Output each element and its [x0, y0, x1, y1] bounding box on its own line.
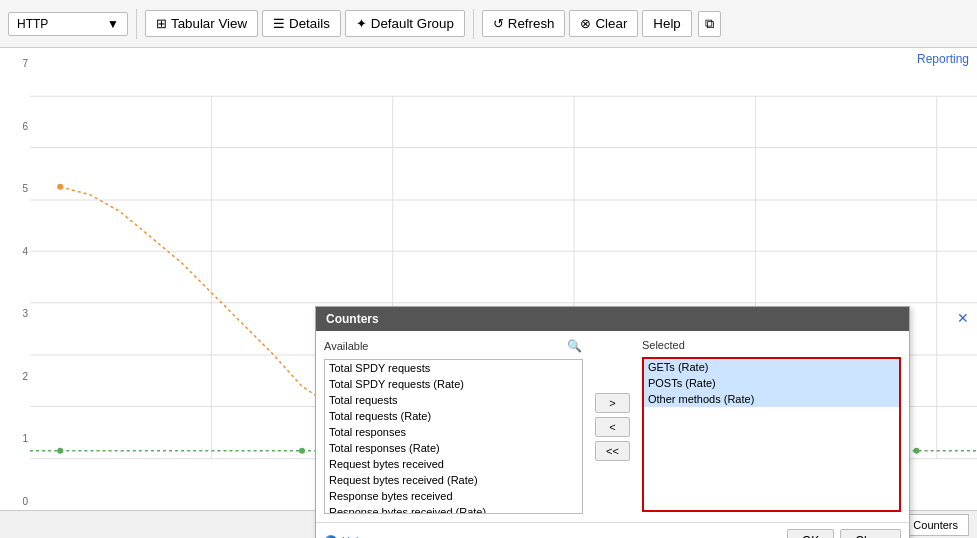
maximize-icon: ⧉ — [705, 16, 714, 31]
counters-title-bar: Counters — [316, 307, 909, 331]
help-circle-icon: 🔵 — [324, 535, 338, 539]
selected-item[interactable]: POSTs (Rate) — [644, 375, 899, 391]
separator-2 — [473, 9, 474, 39]
selected-label: Selected — [642, 339, 901, 351]
y-axis: 7 6 5 4 3 2 1 0 — [0, 48, 30, 537]
selected-panel: Selected GETs (Rate) POSTs (Rate) Other … — [642, 339, 901, 514]
list-item[interactable]: Total responses (Rate) — [325, 440, 582, 456]
default-group-icon: ✦ — [356, 16, 367, 31]
search-icon[interactable]: 🔍 — [567, 339, 583, 355]
counters-body: Available 🔍 Total SPDY requests Total SP… — [316, 331, 909, 522]
list-item[interactable]: Total SPDY requests — [325, 360, 582, 376]
move-right-button[interactable]: > — [595, 393, 630, 413]
available-panel: Available 🔍 Total SPDY requests Total SP… — [324, 339, 583, 514]
tabular-view-icon: ⊞ — [156, 16, 167, 31]
maximize-button[interactable]: ⧉ — [698, 11, 721, 37]
svg-point-16 — [57, 184, 63, 190]
available-search-row: Available 🔍 — [324, 339, 583, 355]
list-item[interactable]: Response bytes received (Rate) — [325, 504, 582, 514]
separator-1 — [136, 9, 137, 39]
list-item[interactable]: Total requests — [325, 392, 582, 408]
tabular-view-button[interactable]: ⊞ Tabular View — [145, 10, 258, 37]
selected-list[interactable]: GETs (Rate) POSTs (Rate) Other methods (… — [642, 357, 901, 512]
counters-title: Counters — [326, 312, 379, 326]
http-dropdown[interactable]: HTTP ▼ — [8, 12, 128, 36]
svg-point-14 — [299, 448, 305, 454]
ok-button[interactable]: OK — [787, 529, 834, 538]
http-label: HTTP — [17, 17, 48, 31]
available-list[interactable]: Total SPDY requests Total SPDY requests … — [324, 359, 583, 514]
chart-close-button[interactable]: ✕ — [957, 310, 969, 326]
counters-footer: 🔵 Help OK Close — [316, 522, 909, 538]
list-item[interactable]: Total requests (Rate) — [325, 408, 582, 424]
list-item[interactable]: Total responses — [325, 424, 582, 440]
list-item[interactable]: Total SPDY requests (Rate) — [325, 376, 582, 392]
dropdown-arrow-icon: ▼ — [107, 17, 119, 31]
available-label: Available — [324, 340, 368, 352]
details-button[interactable]: ☰ Details — [262, 10, 341, 37]
default-group-button[interactable]: ✦ Default Group — [345, 10, 465, 37]
main-toolbar: HTTP ▼ ⊞ Tabular View ☰ Details ✦ Defaul… — [0, 0, 977, 48]
list-item[interactable]: Request bytes received (Rate) — [325, 472, 582, 488]
chart-area: Reporting 7 6 5 4 3 2 1 0 — [0, 48, 977, 538]
clear-button[interactable]: ⊗ Clear — [569, 10, 638, 37]
footer-buttons: OK Close — [787, 529, 901, 538]
counters-tab[interactable]: Counters — [902, 514, 969, 536]
counters-dialog: Counters Available 🔍 Total SPDY requests… — [315, 306, 910, 538]
list-item[interactable]: Request bytes received — [325, 456, 582, 472]
counters-help-link[interactable]: 🔵 Help — [324, 535, 365, 539]
svg-point-15 — [914, 448, 920, 454]
list-item[interactable]: Response bytes received — [325, 488, 582, 504]
transfer-buttons: > < << — [591, 339, 634, 514]
clear-icon: ⊗ — [580, 16, 591, 31]
move-left-button[interactable]: < — [595, 417, 630, 437]
move-all-left-button[interactable]: << — [595, 441, 630, 461]
refresh-icon: ↺ — [493, 16, 504, 31]
svg-point-13 — [57, 448, 63, 454]
details-icon: ☰ — [273, 16, 285, 31]
help-button[interactable]: Help — [642, 10, 691, 37]
selected-item[interactable]: Other methods (Rate) — [644, 391, 899, 407]
selected-item[interactable]: GETs (Rate) — [644, 359, 899, 375]
refresh-button[interactable]: ↺ Refresh — [482, 10, 566, 37]
close-button[interactable]: Close — [840, 529, 901, 538]
